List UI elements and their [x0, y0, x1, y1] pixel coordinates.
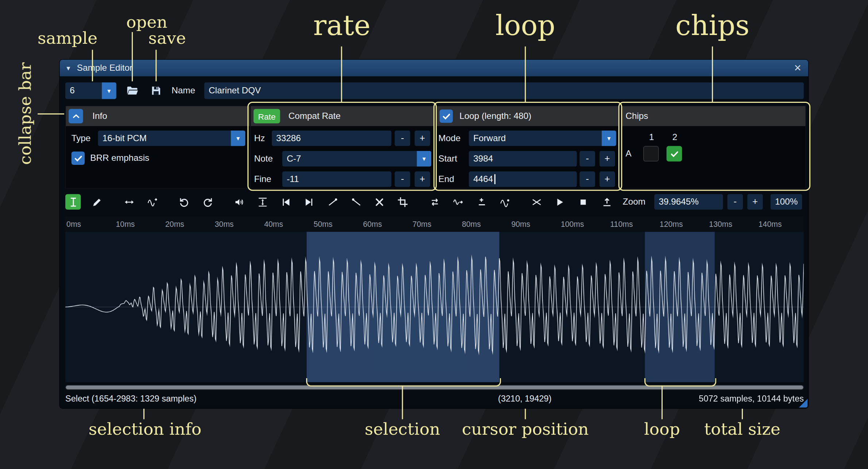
reverse-icon	[280, 197, 291, 207]
toolbar-trim-button[interactable]	[395, 194, 410, 209]
annotation-loop-bottom-label: loop	[631, 420, 693, 438]
total-size-text: 5072 samples, 10144 bytes	[699, 391, 804, 407]
annotation-sample-line	[92, 50, 93, 81]
undo-icon	[178, 197, 189, 207]
toolbar-resample-button[interactable]	[144, 194, 160, 209]
wave-shift-icon	[452, 197, 463, 207]
open-sample-button[interactable]	[124, 82, 141, 99]
annotation-rate-box	[247, 102, 437, 191]
toolbar-stop-button[interactable]	[575, 194, 590, 209]
zoom-input[interactable]: 39.9645%	[654, 194, 723, 209]
toolbar-sign-exchange-button[interactable]	[474, 194, 489, 209]
annotation-collapse-bar-label: collapse bar	[17, 65, 35, 165]
resize-grip[interactable]	[799, 399, 807, 407]
ruler-label: 50ms	[312, 220, 362, 228]
brr-emphasis-label: BRR emphasis	[90, 150, 149, 166]
sample-select-value: 6	[65, 82, 102, 99]
ruler-label: 30ms	[213, 220, 263, 228]
resample-wave-icon	[147, 197, 158, 207]
play-icon	[554, 197, 565, 207]
annotation-cursor-position-line	[525, 409, 526, 419]
collapse-window-icon[interactable]: ▼	[65, 65, 72, 71]
annotation-selection-line	[402, 385, 403, 419]
annotation-rate-label: rate	[299, 10, 385, 41]
sample-toolbar: Zoom 39.9645% - + 100%	[60, 193, 808, 212]
toolbar-invert-button[interactable]	[301, 194, 316, 209]
annotation-loop-bracket	[644, 378, 716, 387]
toolbar-normalize-button[interactable]	[255, 194, 270, 209]
wave-filter-icon	[499, 197, 510, 207]
toolbar-reverse-button[interactable]	[278, 194, 293, 209]
ruler-label: 70ms	[411, 220, 460, 228]
toolbar-redo-button[interactable]	[200, 194, 215, 209]
zoom-reset-button[interactable]: 100%	[771, 194, 802, 209]
annotation-loop-label: loop	[482, 10, 569, 41]
chevron-down-icon[interactable]: ▼	[102, 82, 116, 99]
check-icon	[73, 154, 83, 163]
toolbar-filter-button[interactable]	[497, 194, 512, 209]
ruler-label: 110ms	[609, 220, 658, 228]
annotation-loop-line	[525, 46, 526, 102]
toolbar-amplify-button[interactable]	[231, 194, 247, 209]
annotation-open-line	[132, 32, 133, 81]
ruler-label: 10ms	[115, 220, 164, 228]
ruler-label: 80ms	[461, 220, 510, 228]
toolbar-resize-button[interactable]	[121, 194, 136, 209]
toolbar-preview-button[interactable]	[552, 194, 567, 209]
window-title: Sample Editor	[77, 63, 132, 73]
toolbar-delete-button[interactable]	[371, 194, 387, 209]
time-ruler[interactable]: 0ms 10ms 20ms 30ms 40ms 50ms 60ms 70ms 8…	[65, 216, 804, 232]
normalize-icon	[257, 197, 268, 207]
toolbar-shift-button[interactable]	[450, 194, 465, 209]
window-titlebar[interactable]: ▼ Sample Editor	[60, 60, 808, 76]
annotation-collapse-bar-line	[38, 113, 64, 115]
brr-emphasis-checkbox[interactable]	[72, 152, 85, 165]
collapse-bar-button[interactable]	[69, 109, 83, 123]
ruler-label: 20ms	[164, 220, 213, 228]
pencil-icon	[92, 197, 102, 207]
waveform-view[interactable]	[65, 232, 804, 382]
toolbar-fade-in-button[interactable]	[325, 194, 340, 209]
close-button[interactable]: ×	[790, 60, 806, 76]
toolbar-create-wavetable-button[interactable]	[599, 194, 614, 209]
cross-arrows-icon	[531, 197, 542, 207]
toolbar-select-button[interactable]	[65, 194, 81, 209]
toolbar-fade-out-button[interactable]	[348, 194, 363, 209]
cursor-position-text: (3210, 19429)	[447, 391, 602, 407]
ibeam-cursor-icon	[68, 197, 78, 207]
x-delete-icon	[374, 197, 385, 207]
toolbar-draw-button[interactable]	[89, 194, 104, 209]
speaker-icon	[234, 197, 244, 207]
type-select[interactable]: 16-bit PCM ▼	[98, 131, 246, 146]
toolbar-crossfade-button[interactable]	[529, 194, 544, 209]
waveform-canvas[interactable]	[65, 232, 804, 382]
chevron-up-icon	[71, 112, 81, 121]
ruler-label: 40ms	[263, 220, 312, 228]
info-panel-header: Info	[66, 106, 250, 126]
type-label: Type	[72, 131, 91, 146]
type-select-value: 16-bit PCM	[98, 131, 231, 146]
ruler-label: 100ms	[560, 220, 609, 228]
annotation-loop-box	[433, 102, 622, 191]
annotation-chips-label: chips	[667, 10, 758, 41]
exchange-arrows-icon	[429, 197, 440, 207]
chevron-down-icon[interactable]: ▼	[231, 131, 245, 146]
sample-name-input[interactable]: Clarinet DQV	[204, 82, 804, 99]
save-sample-button[interactable]	[148, 82, 165, 99]
folder-open-icon	[126, 85, 138, 97]
annotation-sample-label: sample	[33, 29, 102, 47]
info-panel-title: Info	[92, 111, 107, 121]
toolbar-exchange-button[interactable]	[427, 194, 442, 209]
sample-select[interactable]: 6 ▼	[65, 82, 116, 99]
annotation-rate-line	[341, 46, 342, 102]
annotation-total-size-label: total size	[699, 420, 786, 438]
annotation-total-size-line	[742, 409, 743, 419]
zoom-in-button[interactable]: +	[747, 194, 763, 209]
annotation-selection-info-label: selection info	[89, 420, 199, 438]
toolbar-undo-button[interactable]	[176, 194, 191, 209]
annotation-cursor-position-label: cursor position	[459, 420, 591, 438]
floppy-save-icon	[150, 85, 162, 97]
resize-icon	[124, 197, 134, 207]
fade-in-icon	[327, 197, 338, 207]
zoom-out-button[interactable]: -	[728, 194, 743, 209]
